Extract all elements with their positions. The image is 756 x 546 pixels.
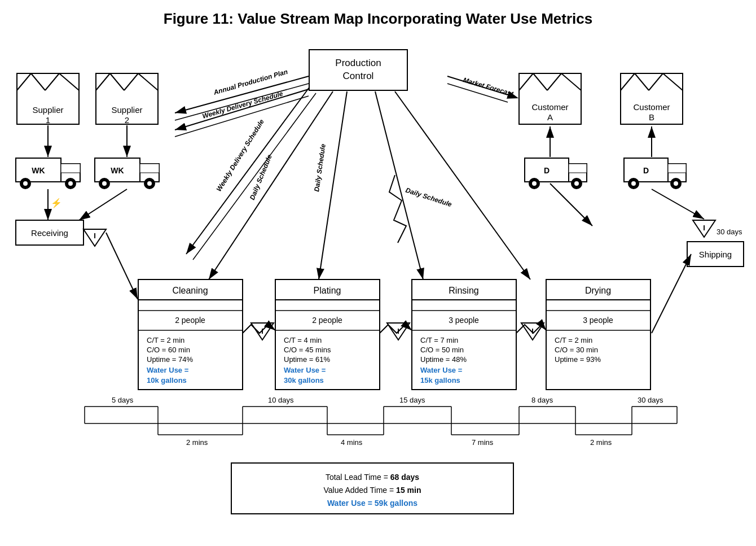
summary-lead-time: Total Lead Time = 68 days — [326, 473, 419, 482]
customerB-truck-label: D — [643, 166, 649, 175]
svg-line-125 — [79, 189, 127, 220]
timeline-4mins: 4 mins — [341, 438, 363, 447]
plating-ct: C/T = 4 min — [284, 336, 322, 344]
cleaning-ct: C/T = 2 min — [147, 336, 184, 344]
drying-ct: C/T = 2 min — [555, 336, 592, 344]
svg-point-12 — [68, 181, 73, 186]
lightning1: ⚡ — [51, 198, 62, 208]
cleaning-title: Cleaning — [172, 286, 208, 295]
svg-line-30 — [175, 89, 309, 130]
rinsing-uptime: Uptime = 48% — [420, 355, 467, 364]
shipping-label: Shipping — [699, 250, 732, 259]
drying-co: C/O = 30 min — [555, 346, 598, 354]
cleaning-uptime: Uptime = 74% — [147, 355, 193, 364]
timeline-5days: 5 days — [112, 396, 134, 404]
svg-line-124 — [106, 233, 138, 299]
production-control-label: Production — [335, 58, 381, 68]
market-forecast-label: Market Forecast — [462, 76, 515, 98]
svg-point-60 — [674, 181, 678, 186]
cleaning-people: 2 people — [175, 316, 205, 325]
svg-rect-22 — [140, 164, 159, 173]
svg-line-67 — [193, 93, 316, 260]
supplier2-truck-label: WK — [111, 166, 124, 175]
timeline-8days: 8 days — [531, 396, 553, 404]
page-title: Figure 11: Value Stream Map Incorporatin… — [164, 10, 592, 27]
supplier1-truck-label: WK — [32, 166, 45, 175]
svg-line-64 — [652, 189, 704, 219]
customerA-truck-label: D — [544, 166, 550, 175]
plating-people: 2 people — [312, 316, 342, 325]
drying-people: 3 people — [583, 316, 613, 325]
production-control-label2: Control — [343, 71, 374, 81]
svg-line-70 — [375, 91, 423, 279]
svg-line-71 — [395, 91, 530, 279]
svg-point-58 — [631, 181, 636, 186]
supplier1-label: Supplier — [32, 105, 63, 115]
cleaning-water1: Water Use = — [147, 366, 189, 374]
inventory-triangle-1: I — [94, 231, 96, 240]
svg-rect-43 — [569, 164, 587, 173]
main-container: Figure 11: Value Stream Map Incorporatin… — [0, 0, 756, 546]
cleaning-water2: 10k gallons — [147, 376, 187, 385]
receiving-label: Receiving — [31, 228, 68, 238]
daily-schedule2-label: Daily Schedule — [313, 143, 327, 193]
timeline-30days: 30 days — [638, 396, 663, 404]
svg-rect-56 — [668, 164, 686, 173]
summary-water: Water Use = 59k gallons — [327, 499, 417, 508]
timeline-10days: 10 days — [268, 396, 294, 404]
drying-title: Drying — [585, 286, 611, 295]
inventory-triangle-shipping: I — [703, 224, 705, 232]
drying-uptime: Uptime = 93% — [555, 355, 601, 364]
svg-point-47 — [574, 181, 579, 186]
svg-line-91 — [652, 254, 691, 333]
svg-point-26 — [147, 181, 152, 186]
customerB-label: Customer — [633, 102, 670, 112]
rinsing-water2: 15k gallons — [420, 376, 460, 385]
svg-point-24 — [102, 181, 107, 186]
cleaning-co: C/O = 60 min — [147, 346, 190, 354]
timeline-7mins: 7 mins — [472, 438, 494, 447]
svg-line-69 — [319, 91, 347, 279]
plating-co: C/O = 45 mins — [284, 346, 331, 354]
summary-value-added: Value Added Time = 15 min — [324, 486, 421, 495]
plating-uptime: Uptime = 61% — [284, 355, 330, 364]
rinsing-co: C/O = 50 min — [420, 346, 464, 354]
rinsing-title: Rinsing — [449, 286, 478, 295]
daily-schedule3-label: Daily Schedule — [405, 186, 453, 209]
plating-water1: Water Use = — [284, 366, 326, 374]
svg-rect-8 — [61, 164, 80, 173]
plating-title: Plating — [314, 286, 341, 295]
rinsing-people: 3 people — [449, 316, 479, 325]
customerB-sublabel: B — [649, 112, 654, 122]
customerA-label: Customer — [531, 102, 568, 112]
svg-point-10 — [23, 181, 28, 186]
plating-water2: 30k gallons — [284, 376, 324, 385]
shipping-30-days: 30 days — [717, 228, 742, 236]
rinsing-water1: Water Use = — [420, 366, 463, 374]
customerA-sublabel: A — [547, 112, 553, 122]
timeline-2mins-drying: 2 mins — [590, 438, 612, 447]
rinsing-ct: C/T = 7 min — [420, 336, 458, 344]
supplier2-num: 2 — [125, 115, 129, 125]
supplier2-label: Supplier — [111, 105, 142, 115]
daily-schedule1-label: Daily Schedule — [248, 153, 274, 201]
svg-line-65 — [550, 184, 592, 226]
supplier1-num: 1 — [46, 115, 50, 125]
timeline-2mins: 2 mins — [186, 438, 208, 447]
svg-point-45 — [532, 181, 537, 186]
timeline-15days: 15 days — [399, 396, 425, 404]
svg-rect-0 — [309, 50, 407, 90]
